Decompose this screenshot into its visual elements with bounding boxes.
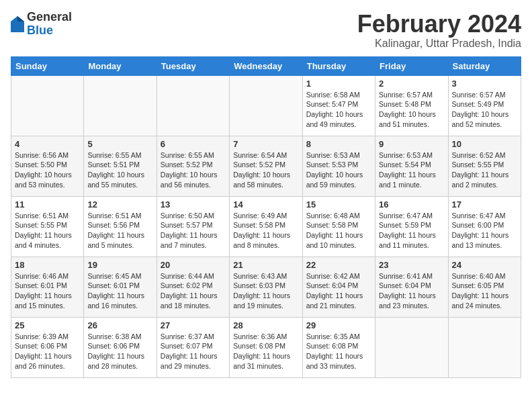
calendar-cell: 29Sunrise: 6:35 AM Sunset: 6:08 PM Dayli… (302, 317, 375, 377)
calendar-cell (230, 75, 302, 136)
header-cell-tuesday: Tuesday (157, 56, 229, 75)
day-number: 24 (452, 260, 517, 270)
day-number: 16 (379, 199, 444, 210)
day-number: 19 (87, 260, 152, 270)
day-info: Sunrise: 6:51 AM Sunset: 5:56 PM Dayligh… (87, 211, 152, 250)
calendar-cell: 9Sunrise: 6:53 AM Sunset: 5:54 PM Daylig… (375, 136, 448, 196)
day-info: Sunrise: 6:51 AM Sunset: 5:55 PM Dayligh… (15, 211, 80, 250)
calendar-cell: 19Sunrise: 6:45 AM Sunset: 6:01 PM Dayli… (84, 257, 157, 317)
day-number: 20 (161, 260, 226, 270)
day-number: 3 (452, 79, 517, 89)
calendar-cell: 25Sunrise: 6:39 AM Sunset: 6:06 PM Dayli… (11, 317, 84, 377)
calendar-cell: 11Sunrise: 6:51 AM Sunset: 5:55 PM Dayli… (11, 196, 84, 257)
day-number: 14 (233, 199, 298, 210)
calendar-cell: 22Sunrise: 6:42 AM Sunset: 6:04 PM Dayli… (302, 257, 375, 317)
calendar-week-row: 25Sunrise: 6:39 AM Sunset: 6:06 PM Dayli… (11, 317, 521, 377)
day-number: 5 (87, 139, 152, 149)
day-info: Sunrise: 6:46 AM Sunset: 6:01 PM Dayligh… (15, 271, 80, 311)
day-info: Sunrise: 6:57 AM Sunset: 5:49 PM Dayligh… (452, 90, 517, 130)
calendar-cell: 16Sunrise: 6:47 AM Sunset: 5:59 PM Dayli… (375, 196, 448, 257)
day-number: 17 (452, 199, 517, 210)
calendar-cell: 28Sunrise: 6:36 AM Sunset: 6:08 PM Dayli… (230, 317, 302, 377)
day-info: Sunrise: 6:58 AM Sunset: 5:47 PM Dayligh… (306, 90, 371, 130)
calendar-cell: 12Sunrise: 6:51 AM Sunset: 5:56 PM Dayli… (84, 196, 157, 257)
header-cell-saturday: Saturday (448, 56, 521, 75)
location-title: Kalinagar, Uttar Pradesh, India (357, 38, 521, 50)
calendar-cell: 14Sunrise: 6:49 AM Sunset: 5:58 PM Dayli… (230, 196, 302, 257)
calendar-cell: 21Sunrise: 6:43 AM Sunset: 6:03 PM Dayli… (230, 257, 302, 317)
day-info: Sunrise: 6:47 AM Sunset: 6:00 PM Dayligh… (452, 211, 517, 250)
day-number: 28 (233, 320, 298, 330)
day-info: Sunrise: 6:55 AM Sunset: 5:51 PM Dayligh… (87, 150, 152, 190)
day-info: Sunrise: 6:40 AM Sunset: 6:05 PM Dayligh… (452, 271, 517, 311)
header-cell-sunday: Sunday (11, 56, 84, 75)
day-info: Sunrise: 6:49 AM Sunset: 5:58 PM Dayligh… (233, 211, 298, 250)
day-number: 25 (15, 320, 80, 330)
day-number: 9 (379, 139, 444, 149)
day-info: Sunrise: 6:48 AM Sunset: 5:58 PM Dayligh… (306, 211, 371, 250)
calendar-cell: 15Sunrise: 6:48 AM Sunset: 5:58 PM Dayli… (302, 196, 375, 257)
month-title: February 2024 (357, 11, 521, 38)
calendar-cell (448, 317, 521, 377)
calendar-cell: 10Sunrise: 6:52 AM Sunset: 5:55 PM Dayli… (448, 136, 521, 196)
day-info: Sunrise: 6:57 AM Sunset: 5:48 PM Dayligh… (379, 90, 444, 130)
calendar-cell: 20Sunrise: 6:44 AM Sunset: 6:02 PM Dayli… (157, 257, 229, 317)
day-number: 13 (161, 199, 226, 210)
calendar-week-row: 11Sunrise: 6:51 AM Sunset: 5:55 PM Dayli… (11, 196, 521, 257)
calendar-cell: 4Sunrise: 6:56 AM Sunset: 5:50 PM Daylig… (11, 136, 84, 196)
calendar-cell: 6Sunrise: 6:55 AM Sunset: 5:52 PM Daylig… (157, 136, 229, 196)
day-info: Sunrise: 6:53 AM Sunset: 5:53 PM Dayligh… (306, 150, 371, 190)
day-number: 6 (161, 139, 226, 149)
day-number: 29 (306, 320, 371, 330)
header-cell-friday: Friday (375, 56, 448, 75)
calendar-cell: 27Sunrise: 6:37 AM Sunset: 6:07 PM Dayli… (157, 317, 229, 377)
logo-general-text: General (27, 10, 72, 24)
day-info: Sunrise: 6:45 AM Sunset: 6:01 PM Dayligh… (87, 271, 152, 311)
day-info: Sunrise: 6:47 AM Sunset: 5:59 PM Dayligh… (379, 211, 444, 250)
logo-icon (11, 16, 24, 32)
calendar-cell (11, 75, 84, 136)
day-number: 10 (452, 139, 517, 149)
calendar-week-row: 4Sunrise: 6:56 AM Sunset: 5:50 PM Daylig… (11, 136, 521, 196)
calendar-cell: 18Sunrise: 6:46 AM Sunset: 6:01 PM Dayli… (11, 257, 84, 317)
day-info: Sunrise: 6:41 AM Sunset: 6:04 PM Dayligh… (379, 271, 444, 311)
day-info: Sunrise: 6:56 AM Sunset: 5:50 PM Dayligh… (15, 150, 80, 190)
calendar-cell: 26Sunrise: 6:38 AM Sunset: 6:06 PM Dayli… (84, 317, 157, 377)
day-number: 26 (87, 320, 152, 330)
day-number: 18 (15, 260, 80, 270)
calendar-cell: 8Sunrise: 6:53 AM Sunset: 5:53 PM Daylig… (302, 136, 375, 196)
page-header: General Blue February 2024 Kalinagar, Ut… (11, 11, 521, 50)
day-info: Sunrise: 6:52 AM Sunset: 5:55 PM Dayligh… (452, 150, 517, 190)
day-info: Sunrise: 6:42 AM Sunset: 6:04 PM Dayligh… (306, 271, 371, 311)
day-number: 15 (306, 199, 371, 210)
calendar-cell: 13Sunrise: 6:50 AM Sunset: 5:57 PM Dayli… (157, 196, 229, 257)
calendar-cell (84, 75, 157, 136)
logo: General Blue (11, 11, 72, 38)
day-number: 2 (379, 79, 444, 89)
header-cell-thursday: Thursday (302, 56, 375, 75)
calendar-cell: 5Sunrise: 6:55 AM Sunset: 5:51 PM Daylig… (84, 136, 157, 196)
calendar-week-row: 1Sunrise: 6:58 AM Sunset: 5:47 PM Daylig… (11, 75, 521, 136)
day-info: Sunrise: 6:36 AM Sunset: 6:08 PM Dayligh… (233, 332, 298, 371)
title-block: February 2024 Kalinagar, Uttar Pradesh, … (357, 11, 521, 50)
calendar-cell: 23Sunrise: 6:41 AM Sunset: 6:04 PM Dayli… (375, 257, 448, 317)
day-number: 8 (306, 139, 371, 149)
day-number: 7 (233, 139, 298, 149)
calendar-cell (375, 317, 448, 377)
calendar-cell: 24Sunrise: 6:40 AM Sunset: 6:05 PM Dayli… (448, 257, 521, 317)
day-info: Sunrise: 6:44 AM Sunset: 6:02 PM Dayligh… (161, 271, 226, 311)
day-info: Sunrise: 6:38 AM Sunset: 6:06 PM Dayligh… (87, 332, 152, 371)
day-number: 4 (15, 139, 80, 149)
svg-marker-1 (17, 16, 24, 21)
day-number: 1 (306, 79, 371, 89)
day-number: 27 (161, 320, 226, 330)
day-info: Sunrise: 6:39 AM Sunset: 6:06 PM Dayligh… (15, 332, 80, 371)
day-number: 11 (15, 199, 80, 210)
header-row: SundayMondayTuesdayWednesdayThursdayFrid… (11, 56, 521, 75)
calendar-cell: 3Sunrise: 6:57 AM Sunset: 5:49 PM Daylig… (448, 75, 521, 136)
day-number: 23 (379, 260, 444, 270)
day-info: Sunrise: 6:54 AM Sunset: 5:52 PM Dayligh… (233, 150, 298, 190)
day-info: Sunrise: 6:50 AM Sunset: 5:57 PM Dayligh… (161, 211, 226, 250)
day-number: 22 (306, 260, 371, 270)
calendar-cell: 2Sunrise: 6:57 AM Sunset: 5:48 PM Daylig… (375, 75, 448, 136)
